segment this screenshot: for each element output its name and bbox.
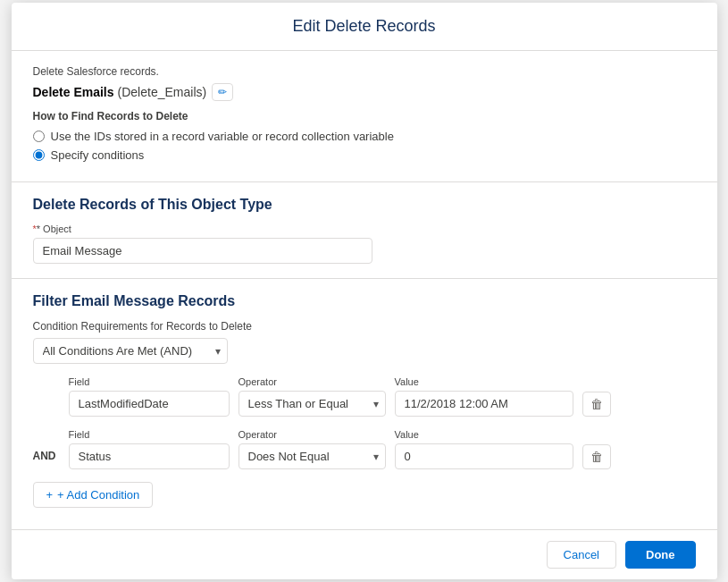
option-ids-row: Use the IDs stored in a record variable … (33, 130, 696, 143)
condition-2-value-label: Value (395, 429, 573, 440)
find-records-heading: How to Find Records to Delete (33, 110, 696, 122)
condition-1-field-label: Field (69, 376, 230, 387)
delete-description: Delete Salesforce records. (33, 65, 696, 78)
modal-title: Edit Delete Records (292, 17, 435, 35)
option-ids-label: Use the IDs stored in a record variable … (51, 130, 394, 143)
edit-name-button[interactable]: ✏ (212, 83, 233, 101)
cancel-button[interactable]: Cancel (547, 541, 616, 569)
plus-icon: + (46, 488, 54, 502)
condition-2-field-label: Field (69, 429, 230, 440)
condition-req-dropdown[interactable]: All Conditions Are Met (AND) Any Conditi… (33, 338, 228, 364)
filter-section-title: Filter Email Message Records (33, 293, 696, 309)
pencil-icon: ✏ (218, 86, 227, 98)
condition-2-value-group: Value (395, 429, 573, 469)
condition-2-field-group: Field (69, 429, 230, 469)
condition-1-operator-group: Operator Equals Not Equal To Less Than L… (238, 376, 386, 417)
condition-2-operator-select[interactable]: Equals Does Not Equal Less Than Less Tha… (238, 443, 386, 469)
condition-req-label: Condition Requirements for Records to De… (33, 320, 696, 333)
condition-2-operator-label: Operator (238, 429, 386, 440)
object-input-wrap: ** Object (33, 224, 372, 264)
condition-2-prefix: AND (33, 450, 60, 469)
delete-name: Delete Emails (33, 85, 114, 99)
info-section: Delete Salesforce records. Delete Emails… (12, 51, 717, 182)
done-button[interactable]: Done (625, 541, 696, 569)
modal-footer: Cancel Done (12, 529, 717, 579)
option-conditions-label: Specify conditions (51, 148, 145, 162)
condition-1-value-label: Value (395, 376, 573, 387)
condition-row-1: Field Operator Equals Not Equal To Less … (33, 376, 696, 417)
condition-1-field-group: Field (69, 376, 230, 417)
option-conditions-row: Specify conditions (33, 148, 696, 162)
option-conditions-radio[interactable] (33, 149, 45, 161)
condition-2-operator-wrap: Equals Does Not Equal Less Than Less Tha… (238, 443, 386, 469)
condition-1-value-group: Value (395, 376, 573, 417)
object-section-title: Delete Records of This Object Type (33, 197, 696, 213)
condition-1-operator-label: Operator (238, 376, 386, 387)
modal-overlay: Edit Delete Records Delete Salesforce re… (0, 0, 728, 582)
add-condition-label: + Add Condition (57, 488, 139, 502)
condition-1-operator-select[interactable]: Equals Not Equal To Less Than Less Than … (238, 391, 386, 417)
condition-row-2: AND Field Operator Equals Does Not Equal… (33, 429, 696, 469)
condition-1-delete-button[interactable]: 🗑 (582, 392, 611, 417)
find-records-group: How to Find Records to Delete Use the ID… (33, 110, 696, 162)
object-label: ** Object (33, 224, 372, 234)
object-label-text: * Object (37, 224, 71, 234)
condition-1-value-input[interactable] (395, 391, 573, 417)
trash-icon-1: 🗑 (590, 397, 603, 411)
condition-1-field-input[interactable] (69, 391, 230, 417)
condition-2-operator-group: Operator Equals Does Not Equal Less Than… (238, 429, 386, 469)
modal-header: Edit Delete Records (12, 3, 717, 51)
condition-1-operator-wrap: Equals Not Equal To Less Than Less Than … (238, 391, 386, 417)
condition-req-dropdown-wrap: All Conditions Are Met (AND) Any Conditi… (33, 338, 228, 364)
condition-2-field-input[interactable] (69, 443, 230, 469)
condition-2-value-input[interactable] (395, 443, 573, 469)
api-name: (Delete_Emails) (118, 85, 207, 99)
filter-section: Filter Email Message Records Condition R… (12, 279, 717, 529)
object-input[interactable] (33, 238, 372, 264)
condition-1-prefix (33, 397, 60, 417)
trash-icon-2: 🗑 (590, 450, 603, 464)
add-condition-button[interactable]: + + Add Condition (33, 482, 154, 508)
option-ids-radio[interactable] (33, 131, 45, 142)
condition-2-delete-button[interactable]: 🗑 (582, 444, 611, 469)
object-section: Delete Records of This Object Type ** Ob… (12, 182, 717, 279)
modal: Edit Delete Records Delete Salesforce re… (12, 3, 717, 579)
